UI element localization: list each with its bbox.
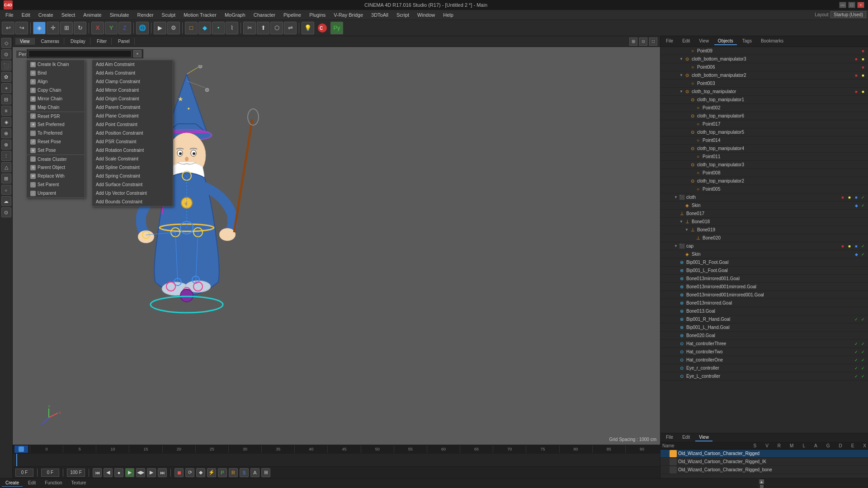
ctx-item-copy-chain[interactable]: ⎘ Copy Chain [27,86,85,94]
expand-bone018[interactable]: ▼ [679,219,684,225]
btab-view[interactable]: View [695,434,712,441]
rtab-file[interactable]: File [662,38,677,45]
key-scl-button[interactable]: S [240,468,249,477]
menu-file[interactable]: File [2,11,17,19]
rtab-view[interactable]: View [695,38,712,45]
tree-item-point008[interactable]: ○ Point008 [660,169,868,177]
ctx-item-unparent[interactable]: ↓ Unparent [27,189,85,197]
menu-help[interactable]: Help [439,11,457,19]
ctx-add-point[interactable]: Add Point Constraint [92,120,173,129]
left-tool-14[interactable]: ⬦ [1,185,11,195]
tree-item-bone013mirror001mirrored[interactable]: ⊛ Bone013mirrored001mirrored.Goal [660,283,868,291]
object-tree[interactable]: ○ Point09 ■ ▼ ⊙ cloth_bottom_manipulator… [660,47,868,433]
tree-item-cloth-top-manip4[interactable]: ⊙ cloth_top_manipulator4 [660,145,868,153]
vp-tab-filter[interactable]: Filter [92,38,112,45]
ctx-add-parent[interactable]: Add Parent Constraint [92,103,173,112]
ctx-item-set-pose[interactable]: ◈ Set Pose [27,146,85,155]
ctx-item-set-parent[interactable]: ↑ Set Parent [27,180,85,189]
menu-mograph[interactable]: MoGraph [221,11,249,19]
ctx-add-clamp[interactable]: Add Clamp Constraint [92,77,173,86]
left-tool-15[interactable]: ☁ [1,196,11,206]
tree-item-bone020[interactable]: ⊥ Bone020 [660,234,868,242]
python-tool[interactable]: Py [330,22,343,34]
menu-create[interactable]: Create [35,11,57,19]
left-tool-3[interactable]: ⬛ [1,61,11,70]
ctx-add-axis[interactable]: Add Axis Constraint [92,69,173,77]
expand-cloth-bot-3[interactable]: ▼ [679,56,684,62]
timeline-ruler[interactable]: 0 5 10 15 20 25 30 35 40 45 50 55 60 65 … [13,445,660,454]
tree-item-hat-ctrl-one[interactable]: ⊙ Hat_controllerOne ✓ ✓ [660,356,868,364]
ctx-add-spring[interactable]: Add Spring Constraint [92,172,173,180]
ctx-item-align[interactable]: ≡ Align [27,77,85,86]
mat-tab-create[interactable]: Create [2,479,23,487]
menu-script[interactable]: Script [393,11,413,19]
left-tool-9[interactable]: ⊕ [1,128,11,138]
ctx-add-aim[interactable]: Add Aim Constraint [92,60,173,69]
render-viewport[interactable]: ▶ [154,22,166,34]
file-item-wizard-bone[interactable]: Old_Wizard_Cartoon_Character_Rigged_bone [660,466,868,474]
tree-item-bone020-goal[interactable]: ⊛ Bone020.Goal [660,332,868,340]
play-reverse-button[interactable]: ◀▶ [136,468,145,477]
world-coords[interactable]: 🌐 [136,22,149,34]
tree-item-point005[interactable]: ○ Point005 [660,185,868,193]
tree-item-skin2[interactable]: ◈ Skin ◆ ✓ [660,250,868,258]
tree-item-cloth-top-manip3[interactable]: ⊙ cloth_top_manipulator3 [660,161,868,169]
bridge-tool[interactable]: ⇌ [284,22,297,34]
left-tool-2[interactable]: ⊙ [1,49,11,59]
tree-item-point003[interactable]: ○ Point003 [660,80,868,88]
ctx-add-plane[interactable]: Add Plane Constraint [92,112,173,120]
tree-item-bip001-r-hand[interactable]: ⊛ Bip001_R_Hand.Goal ✓ ✓ [660,315,868,324]
live-select-tool[interactable]: ◈ [33,22,46,34]
ctx-item-create-cluster[interactable]: ⬡ Create Cluster [27,155,85,163]
tree-item-bone013mirror001mirrored001[interactable]: ⊛ Bone013mirrored001mirrored001.Goal [660,291,868,299]
left-tool-6[interactable]: ⊟ [1,94,11,104]
key-pos-button[interactable]: P [218,468,227,477]
knife-tool[interactable]: ✂ [243,22,256,34]
prev-frame-button[interactable]: ◀ [104,468,113,477]
menu-vray[interactable]: V-Ray Bridge [330,11,367,19]
edge-tool[interactable]: ⌇ [226,22,238,34]
ctx-add-position[interactable]: Add Position Constraint [92,129,173,137]
btab-edit[interactable]: Edit [679,434,693,441]
menu-animate[interactable]: Animate [80,11,105,19]
tree-item-skin[interactable]: ◈ Skin ◆ ✓ [660,202,868,210]
goto-start-button[interactable]: ⏮ [93,468,102,477]
scale-tool[interactable]: ⊞ [60,22,73,34]
menu-sculpt[interactable]: Sculpt [158,11,179,19]
frame-current-input[interactable] [15,469,33,477]
tree-item-cloth-top-manip1[interactable]: ⊙ cloth_top_manipulator1 [660,96,868,104]
key-add-button[interactable]: ◆ [196,468,205,477]
file-item-wizard-rigged[interactable]: Old_Wizard_Cartoon_Character_Rigged [660,450,868,458]
tree-item-bip001-l-foot[interactable]: ⊛ Bip001_L_Foot.Goal [660,267,868,275]
viewport-icon-2[interactable]: ⊙ [639,38,647,46]
expand-cloth-top[interactable]: ▼ [679,89,684,94]
menu-select[interactable]: Select [58,11,79,19]
tree-item-point002[interactable]: ○ Point002 [660,104,868,112]
expand-bone019[interactable]: ▼ [684,227,689,233]
viewport-canvas[interactable]: × ⛓ Create Ik Chain ⊙ Bind ≡ Align [13,47,660,445]
stop-button[interactable]: ⏹ [175,468,184,477]
next-frame-button[interactable]: ▶ [147,468,156,477]
move-tool[interactable]: ✛ [47,22,59,34]
tree-item-cap[interactable]: ▼ ⬛ cap ■ ■ ■ ✓ [660,242,868,250]
ctx-add-mirror[interactable]: Add Mirror Constraint [92,86,173,94]
tree-item-bone017[interactable]: ⊥ Bone017 [660,210,868,218]
ctx-item-to-preferred[interactable]: → To Preferred [27,129,85,137]
record-button[interactable]: ● [114,468,123,477]
tree-item-bone019[interactable]: ▼ ⊥ Bone019 [660,226,868,234]
tree-item-hat-ctrl-three[interactable]: ⊙ Hat_controllerThree ✓ ✓ [660,340,868,348]
render-settings[interactable]: ⚙ [167,22,180,34]
mat-vscroll[interactable]: ▲ ▼ [759,479,764,488]
ctx-item-mirror-chain[interactable]: ⊞ Mirror Chain [27,94,85,103]
tree-item-cloth-top-manip2[interactable]: ⊙ cloth_top_manipulator2 [660,177,868,185]
left-tool-4[interactable]: ✿ [1,72,11,82]
ctx-item-bind[interactable]: ⊙ Bind [27,69,85,77]
left-tool-11[interactable]: ⋮ [1,151,11,161]
mat-tab-texture[interactable]: Texture [68,479,90,486]
file-item-wizard-ik[interactable]: Old_Wizard_Cartoon_Character_Rigged_IK [660,458,868,466]
ctx-add-rotation[interactable]: Add Rotation Constraint [92,146,173,155]
polygon-tool[interactable]: ◆ [198,22,211,34]
tree-item-point09[interactable]: ○ Point09 ■ [660,47,868,55]
expand-timeline-button[interactable]: ⊞ [261,468,270,477]
rtab-edit[interactable]: Edit [679,38,693,45]
